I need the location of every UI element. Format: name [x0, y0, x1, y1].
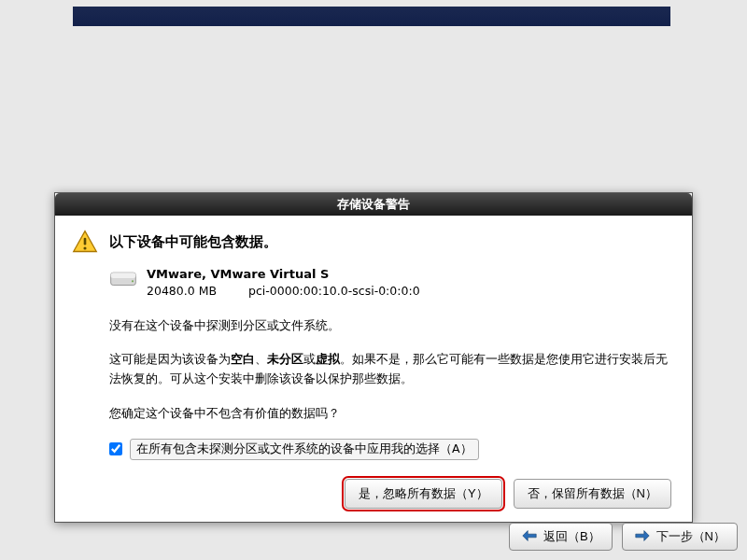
arrow-left-icon	[521, 529, 538, 545]
device-meta: 20480.0 MB pci-0000:00:10.0-scsi-0:0:0:0	[147, 283, 420, 300]
discard-data-button[interactable]: 是，忽略所有数据（Y）	[345, 479, 502, 509]
apply-all-label: 在所有包含未探测分区或文件系统的设备中应用我的选择（A）	[130, 439, 479, 460]
dialog-text-3: 您确定这个设备中不包含有价值的数据吗？	[109, 404, 675, 424]
dialog-heading: 以下设备中可能包含数据。	[109, 233, 277, 251]
svg-rect-0	[84, 238, 87, 245]
back-button[interactable]: 返回（B）	[509, 523, 613, 551]
device-path: pci-0000:00:10.0-scsi-0:0:0:0	[248, 284, 420, 298]
dialog-title: 存储设备警告	[55, 193, 692, 216]
keep-data-button[interactable]: 否，保留所有数据（N）	[514, 479, 671, 509]
disk-icon	[109, 268, 137, 288]
wizard-nav: 返回（B） 下一步（N）	[509, 523, 738, 551]
svg-point-4	[132, 280, 134, 282]
warning-icon	[72, 229, 98, 255]
dialog-text-2: 这可能是因为该设备为空白、未分区或虚拟。如果不是，那么它可能有一些数据是您使用它…	[109, 350, 675, 389]
installer-banner	[73, 7, 670, 26]
dialog-body: 以下设备中可能包含数据。 VMware, VMware Virtual S 20…	[55, 216, 692, 522]
device-info: VMware, VMware Virtual S 20480.0 MB pci-…	[147, 266, 420, 300]
device-name: VMware, VMware Virtual S	[147, 266, 420, 283]
svg-rect-3	[111, 273, 136, 278]
dialog-text-1: 没有在这个设备中探测到分区或文件系统。	[109, 316, 675, 336]
dialog-button-row: 是，忽略所有数据（Y） 否，保留所有数据（N）	[72, 479, 675, 509]
arrow-right-icon	[634, 529, 651, 545]
svg-point-1	[83, 246, 86, 249]
storage-warning-dialog: 存储设备警告 以下设备中可能包含数据。 VMware, V	[54, 192, 693, 523]
apply-all-checkbox[interactable]	[109, 442, 122, 455]
dialog-header-row: 以下设备中可能包含数据。	[72, 229, 675, 255]
device-row: VMware, VMware Virtual S 20480.0 MB pci-…	[109, 266, 675, 300]
next-button[interactable]: 下一步（N）	[622, 523, 738, 551]
back-label: 返回（B）	[543, 528, 600, 545]
next-label: 下一步（N）	[656, 528, 726, 545]
apply-all-checkbox-row: 在所有包含未探测分区或文件系统的设备中应用我的选择（A）	[109, 439, 675, 460]
device-size: 20480.0 MB	[147, 283, 245, 300]
